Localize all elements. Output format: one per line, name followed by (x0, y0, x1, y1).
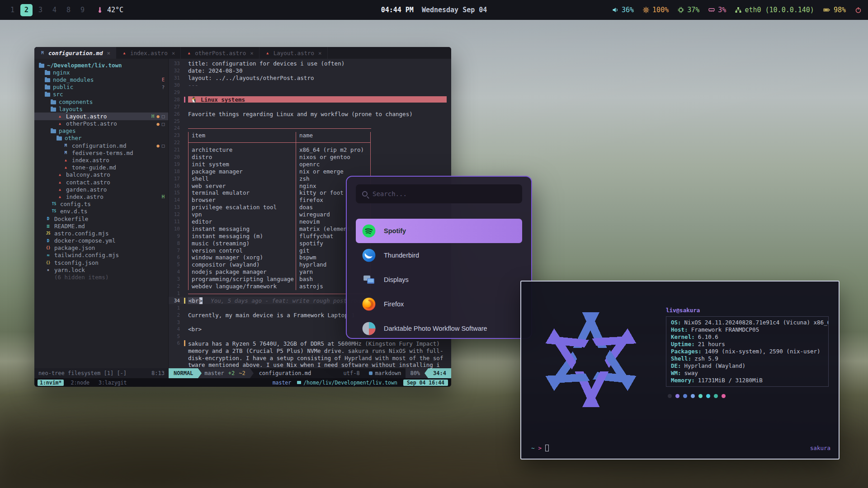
tree-item[interactable]: otherPost.astro ●□ (34, 120, 168, 127)
sign-column (184, 111, 188, 117)
tree-item[interactable]: nginx (34, 69, 168, 76)
speaker-icon (612, 7, 618, 13)
palette-dot (668, 394, 672, 398)
tree-item-label: garden.astro (66, 186, 107, 193)
table-cell-item: distro (188, 154, 296, 161)
volume-module[interactable]: 36% (612, 6, 634, 14)
editor-tab[interactable]: otherPost.astro × (181, 47, 259, 59)
neo-tree-panel[interactable]: ~/Development/liv.town nginx node_module… (34, 59, 169, 368)
tree-item[interactable]: node_modules E (34, 76, 168, 83)
tree-item[interactable]: tone-guide.md (34, 164, 168, 171)
launcher-item-darktable[interactable]: Darktable Photo Workflow Software (356, 316, 522, 339)
workspace-button[interactable]: 4 (48, 4, 61, 16)
tree-item[interactable]: components (34, 98, 168, 105)
workspace-button[interactable]: 2 (20, 4, 33, 16)
sign-column (184, 319, 188, 325)
shell-prompt[interactable]: ~ > (531, 445, 549, 451)
tmux-right: master /home/liv/Development/liv.town Se… (273, 380, 448, 386)
network-module[interactable]: eth0 (10.0.0.140) (735, 6, 814, 14)
tree-item[interactable]: env.d.ts (34, 208, 168, 215)
git-status-badge: H (151, 113, 154, 119)
line-number: 16 (169, 183, 184, 189)
tree-item[interactable]: public ? (34, 84, 168, 91)
tree-item[interactable]: yarn.lock (34, 266, 168, 273)
tab-close-icon[interactable]: × (107, 50, 110, 56)
line-number: 3 (169, 319, 184, 325)
launcher-search[interactable]: Search... (356, 184, 522, 203)
fastfetch-line: OS: NixOS 24.11.20240828.71e91c4 (Vicuna… (671, 319, 824, 326)
tree-item[interactable]: pages (34, 127, 168, 135)
tree-item[interactable]: astro.config.mjs (34, 230, 168, 237)
table-cell-item: package manager (188, 168, 296, 175)
sign-column (184, 269, 188, 275)
tree-item[interactable]: other (34, 135, 168, 142)
tmux-window-tab[interactable]: 2:node (68, 380, 92, 386)
editor-tab[interactable]: Layout.astro × (259, 47, 328, 59)
workspace-button[interactable]: 3 (34, 4, 47, 16)
tree-item-label: configuration.md (72, 142, 126, 149)
tree-item[interactable]: tsconfig.json (34, 259, 168, 266)
workspace-button[interactable]: 8 (62, 4, 75, 16)
tree-item[interactable]: configuration.md ●□ (34, 142, 168, 149)
tree-item[interactable]: Layout.astro H●□ (34, 113, 168, 120)
tree-item[interactable]: package.json (34, 244, 168, 252)
tmux-window-tab[interactable]: 3:lazygit (96, 380, 129, 386)
tmux-cwd-text: /home/liv/Development/liv.town (303, 380, 397, 386)
git-status-badges: ? (162, 84, 165, 90)
tree-item[interactable]: ~/Development/liv.town (34, 61, 168, 69)
tree-item[interactable]: tailwind.config.mjs (34, 252, 168, 259)
tab-label: index.astro (130, 50, 168, 56)
tab-close-icon[interactable]: × (250, 50, 254, 56)
tree-item[interactable]: docker-compose.yml (34, 237, 168, 244)
terminal-window[interactable]: liv@sakura OS: NixOS 24.11.20240828.71e9… (520, 281, 840, 460)
tree-item[interactable]: balcony.astro (34, 171, 168, 178)
editor-tab[interactable]: configuration.md × (34, 47, 116, 59)
workspace-button[interactable]: 9 (76, 4, 89, 16)
tree-item[interactable]: layouts (34, 105, 168, 113)
line-number: 18 (169, 169, 184, 174)
git-status-badge: □ (162, 121, 165, 127)
line-text: layout: ../../layouts/otherPost.astro (188, 75, 314, 81)
scroll-progress: 80% (406, 368, 425, 378)
launcher-item-displays[interactable]: Displays (356, 267, 522, 292)
editor-tab[interactable]: index.astro × (116, 47, 181, 59)
table-cell-item: music (streaming) (188, 239, 296, 247)
sign-column (184, 89, 188, 95)
launcher-item-spotify[interactable]: Spotify (356, 219, 522, 243)
tree-item-label: Layout.astro (66, 113, 107, 120)
launcher-item-thunderbird[interactable]: Thunderbird (356, 243, 522, 267)
tree-item-label: config.ts (60, 201, 91, 207)
fastfetch-value: 21 hours (698, 341, 725, 348)
memory-module[interactable]: 3% (708, 6, 726, 14)
launcher-item-firefox[interactable]: Firefox (356, 292, 522, 316)
tree-item-label: fediverse-terms.md (72, 150, 133, 156)
battery-module[interactable]: 98% (823, 6, 846, 14)
tree-item[interactable]: index.astro H (34, 193, 168, 200)
line-number: 19 (169, 161, 184, 167)
tab-close-icon[interactable]: × (318, 50, 322, 56)
tree-item[interactable]: (6 hidden items) (34, 273, 168, 281)
tree-item[interactable]: garden.astro (34, 186, 168, 193)
workspace-button[interactable]: 1 (6, 4, 19, 16)
tab-close-icon[interactable]: × (172, 50, 175, 56)
git-status-badges: H●□ (151, 113, 165, 119)
git-status-badges: ●□ (156, 143, 165, 148)
power-button[interactable] (855, 7, 862, 14)
git-status-badge: E (162, 77, 165, 82)
fastfetch-line: DE: Hyprland (Wayland) (671, 362, 824, 370)
brightness-value: 100% (652, 6, 669, 14)
tree-item[interactable]: src (34, 91, 168, 98)
tree-item[interactable]: Dockerfile (34, 215, 168, 222)
brightness-module[interactable]: 100% (643, 6, 669, 14)
file-icon (57, 114, 63, 119)
sign-column (184, 276, 188, 282)
tree-item[interactable]: fediverse-terms.md (34, 149, 168, 156)
cpu-module[interactable]: 37% (678, 6, 699, 14)
file-icon (57, 187, 63, 192)
tree-item[interactable]: contact.astro (34, 178, 168, 186)
tmux-window-tab[interactable]: 1:nvim* (38, 380, 64, 386)
tree-item[interactable]: index.astro (34, 156, 168, 164)
tree-item[interactable]: config.ts (34, 201, 168, 208)
tree-item[interactable]: README.md (34, 222, 168, 230)
editor-cursor: > (199, 297, 203, 304)
